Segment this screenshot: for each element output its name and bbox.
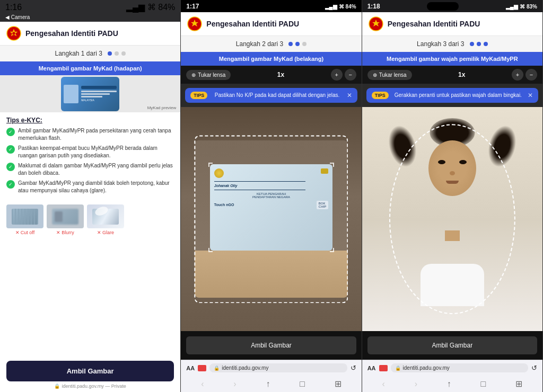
nav-back-btn-2[interactable]: ‹ [198,378,207,390]
camera-toolbar-2: ⊕ Tukar lensa 1x + − [181,66,361,84]
tabs-btn-3[interactable]: ⊞ [512,378,526,390]
safari-aa-2[interactable]: AA [186,365,195,371]
tips-banner-3: TIPS Gerakkan peranti untuk pastikan waj… [366,88,538,103]
safari-url-2[interactable]: 🔒 identiti.padu.gov.my [209,363,347,372]
cutoff-thumb [6,204,43,228]
zoom-in-btn-3[interactable]: + [512,69,523,81]
zoom-out-btn-2[interactable]: − [345,69,356,81]
back-camera-label[interactable]: ◀ Camera [5,14,30,20]
camera-toolbar-3: ⊕ Tukar lensa 1x + − [362,66,542,84]
step-label-2: Langkah 2 dari 3 [236,40,283,48]
camera-view-2: ⊕ Tukar lensa 1x + − TIPS Pastikan No K/… [181,66,361,360]
lock-icon-3: 🔒 [395,366,401,371]
capture-bar-2: Ambil Gambar [181,331,361,360]
face-frame-3 [389,124,515,315]
camera-scene-3 [362,107,542,331]
status-icons-2: ▂▄▆ ⌘ 84% [325,4,356,10]
tip-item-4: ✓ Gambar MyKad/MyPR yang diambil tidak b… [6,180,174,194]
cross-icon-cutoff: ✕ [15,230,20,235]
tips-badge-3: TIPS [372,92,389,99]
app-header-3: Pengesahan Identiti PADU [362,12,542,36]
status-bar-1: 1:16 ▂▄▆ ⌘ 84% ◀ Camera [0,0,180,22]
zoom-indicator-2: 1x [277,71,284,78]
share-btn-3[interactable]: ↑ [444,378,454,390]
lens-button-2[interactable]: ⊕ Tukar lensa [186,70,231,80]
time-3: 1:18 [367,3,380,10]
camera-scene-2: Johanak Oliy KETUA PENGARAHPENDAFTARAN N… [181,107,361,331]
zoom-out-btn-3[interactable]: − [526,69,537,81]
lock-icon-2: 🔒 [214,366,220,371]
card-frame-2 [195,135,348,303]
lock-icon-1: 🔒 [54,384,60,389]
check-icon-1: ✓ [6,128,15,136]
safari-bar-2: AA 🔒 identiti.padu.gov.my ↺ [181,360,361,376]
tips-close-btn-3[interactable]: ✕ [528,92,533,99]
svg-point-2 [12,32,15,35]
camera-view-3: ⊕ Tukar lensa 1x + − TIPS Gerakkan peran… [362,66,542,360]
step-dots-1 [108,51,126,56]
cross-icon-blurry: ✕ [56,230,60,235]
signal-3: ▂▄▆ [506,4,518,10]
safari-nav-2: ‹ › ↑ □ ⊞ [181,376,361,392]
app-header-2: Pengesahan Identiti PADU [181,12,361,36]
share-btn-2[interactable]: ↑ [262,378,273,390]
section-title-3: Mengambil gambar wajah pemilik MyKad/MyP… [362,52,542,66]
tips-banner-text-2: Pastikan No K/P pada kad dapat dilihat d… [212,92,342,99]
website-label-1: 🔒 identiti.padu.gov.my — Private [6,384,174,389]
cross-icon-glare: ✕ [97,230,101,235]
dot-2-3 [302,42,306,46]
safari-nav-3: ‹ › ↑ □ ⊞ [362,376,542,392]
tabs-btn-2[interactable]: ⊞ [331,378,345,390]
reload-btn-3[interactable]: ↺ [531,364,537,372]
cutoff-label: ✕ Cut off [15,230,34,235]
reload-btn-2[interactable]: ↺ [351,364,356,372]
nav-forward-btn-3[interactable]: › [411,378,421,390]
notch-3 [427,2,459,11]
nav-forward-btn-2[interactable]: › [230,378,239,390]
panel1-bottom: Ambil Gambar 🔒 identiti.padu.gov.my — Pr… [0,357,180,392]
bookmarks-btn-2[interactable]: □ [296,378,308,390]
status-bar-2: 1:17 ▂▄▆ ⌘ 84% [181,0,361,12]
notch-2 [246,2,278,11]
time-1: 1:16 [5,3,22,12]
nav-back-btn-3[interactable]: ‹ [379,378,388,390]
zoom-indicator-3: 1x [458,71,465,78]
step-indicator-3: Langkah 3 dari 3 [362,36,542,52]
glare-thumb [87,204,124,228]
section-title-1: Mengambil gambar MyKad (hadapan) [0,61,180,75]
capture-button-3[interactable]: Ambil Gambar [367,336,537,354]
wifi-2: ⌘ [339,4,344,10]
tip-item-3: ✓ Maklumat di dalam gambar MyKad/MyPR ya… [6,162,174,177]
bookmarks-btn-3[interactable]: □ [478,378,489,390]
example-cutoff: ✕ Cut off [6,204,43,235]
step-label-3: Langkah 3 dari 3 [417,40,464,48]
example-blurry: ✕ Blurry [47,204,84,235]
tip-item-2: ✓ Pastikan keempat-empat bucu MyKad/MyPR… [6,145,174,159]
safari-url-3[interactable]: 🔒 identiti.padu.gov.my [391,363,528,372]
check-icon-4: ✓ [6,180,15,189]
dot-2-1 [288,42,293,46]
mykad-card-image: MALAYSIA [61,77,119,111]
safari-aa-3[interactable]: AA [367,365,376,371]
glare-label: ✕ Glare [97,230,114,235]
step-label-1: Langkah 1 dari 3 [55,50,102,57]
tips-close-btn-2[interactable]: ✕ [347,92,352,99]
safari-bar-3: AA 🔒 identiti.padu.gov.my ↺ [362,360,542,376]
card-preview: MALAYSIA MyKad preview [0,75,180,112]
dot-3-1 [470,42,474,46]
tip-text-4: Gambar MyKad/MyPR yang diambil tidak bol… [18,180,174,194]
check-icon-3: ✓ [6,163,15,171]
capture-button-1[interactable]: Ambil Gambar [6,361,174,381]
zoom-in-btn-2[interactable]: + [331,69,343,81]
app-header-1: Pengesahan Identiti PADU [0,22,180,46]
check-icon-2: ✓ [6,145,15,154]
panel-3: 1:18 ▂▄▆ ⌘ 83% Pengesahan Identiti PADU … [362,0,543,392]
battery-3: 83% [527,4,537,10]
time-2: 1:17 [186,3,199,10]
app-title-2: Pengesahan Identiti PADU [206,20,299,28]
lens-button-3[interactable]: ⊕ Tukar lensa [367,70,412,80]
coat-of-arms-icon-3 [369,16,383,31]
battery-2: 84% [346,4,356,10]
capture-button-2[interactable]: Ambil Gambar [186,336,356,354]
dot-1-1 [108,51,112,56]
